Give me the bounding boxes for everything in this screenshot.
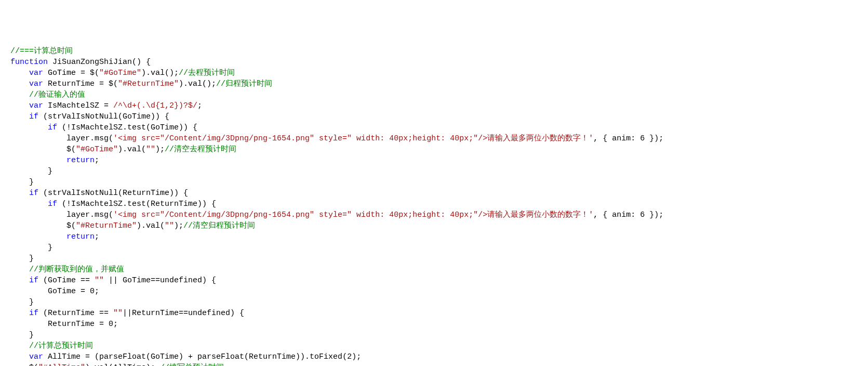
code-line: //验证输入的值: [10, 89, 858, 100]
code-line: if (strValIsNotNull(GoTime)) {: [10, 111, 858, 122]
code-token: ;: [197, 101, 202, 110]
code-token: "": [165, 221, 174, 230]
code-token: "#GoTime": [76, 145, 118, 154]
code-token: IsMachtelSZ =: [43, 101, 113, 110]
code-token: ||ReturnTime==undefined) {: [123, 309, 244, 318]
code-line: //===计算总时间: [10, 46, 858, 57]
code-token: JiSuanZongShiJian() {: [48, 58, 151, 67]
code-token: /^\d+(.\d{1,2})?$/: [113, 101, 197, 110]
code-token: }: [10, 331, 34, 339]
code-token: AllTime = (parseFloat(GoTime) + parseFlo…: [43, 352, 361, 361]
code-token: [10, 69, 29, 77]
code-token: layer.msg(: [10, 211, 113, 219]
code-line: var GoTime = $("#GoTime").val();//去程预计时间: [10, 68, 858, 79]
code-token: (!IsMachtelSZ.test(GoTime)) {: [57, 123, 197, 132]
code-line: }: [10, 166, 858, 177]
code-token: ReturnTime = $(: [43, 80, 118, 88]
code-line: layer.msg('<img src="/Content/img/3Dpng/…: [10, 133, 858, 144]
code-token: "#ReturnTime": [76, 221, 137, 230]
code-line: if (!IsMachtelSZ.test(ReturnTime)) {: [10, 199, 858, 210]
code-line: return;: [10, 231, 858, 242]
code-line: }: [10, 297, 858, 308]
code-token: //填写总预计时间: [160, 363, 224, 366]
code-token: var: [29, 101, 43, 110]
code-token: , { anim: 6 });: [593, 134, 663, 143]
code-token: "": [95, 276, 104, 285]
code-token: );: [174, 221, 183, 230]
code-line: }: [10, 253, 858, 264]
code-line: $("#ReturnTime").val("");//清空归程预计时间: [10, 220, 858, 231]
code-token: [10, 232, 66, 241]
code-token: [10, 90, 29, 99]
code-line: if (ReturnTime == ""||ReturnTime==undefi…: [10, 308, 858, 319]
code-token: [10, 101, 29, 110]
code-token: layer.msg(: [10, 134, 113, 143]
code-token: function: [10, 58, 48, 67]
code-token: "#ReturnTime": [118, 80, 179, 88]
code-token: [10, 80, 29, 88]
code-token: (strValIsNotNull(ReturnTime)) {: [38, 189, 188, 198]
code-token: [10, 189, 29, 198]
code-token: [10, 123, 48, 132]
code-token: if: [29, 189, 38, 198]
code-line: if (!IsMachtelSZ.test(GoTime)) {: [10, 122, 858, 133]
code-token: "#AllTime": [38, 363, 85, 366]
code-token: if: [29, 309, 38, 318]
code-token: ).val(: [137, 221, 165, 230]
code-token: ).val(: [118, 145, 146, 154]
code-token: var: [29, 69, 43, 77]
code-token: , { anim: 6 });: [593, 211, 663, 219]
code-line: }: [10, 330, 858, 341]
code-token: "#GoTime": [99, 69, 141, 77]
code-token: //验证输入的值: [29, 90, 85, 99]
code-token: }: [10, 298, 34, 307]
code-token: "": [113, 309, 123, 318]
code-token: if: [29, 112, 38, 121]
code-token: $(: [10, 145, 76, 154]
code-token: $(: [10, 363, 38, 366]
code-token: //清空归程预计时间: [183, 221, 255, 230]
code-line: function JiSuanZongShiJian() {: [10, 57, 858, 68]
code-token: ).val();: [179, 80, 216, 88]
code-line: var IsMachtelSZ = /^\d+(.\d{1,2})?$/;: [10, 100, 858, 111]
code-line: if (GoTime == "" || GoTime==undefined) {: [10, 275, 858, 286]
code-token: '<img src="/Content/img/3Dpng/png-1654.p…: [113, 134, 593, 143]
code-token: }: [10, 178, 34, 187]
code-token: ;: [95, 232, 99, 241]
code-token: var: [29, 352, 43, 361]
code-token: if: [29, 276, 38, 285]
code-token: return: [66, 156, 95, 165]
code-token: [10, 156, 66, 165]
code-token: [10, 200, 48, 208]
code-line: layer.msg('<img src="/Content/img/3Dpng/…: [10, 210, 858, 220]
code-token: [10, 352, 29, 361]
code-token: if: [48, 123, 57, 132]
code-line: $("#AllTime").val(AllTime); //填写总预计时间: [10, 362, 858, 366]
code-token: (GoTime ==: [38, 276, 95, 285]
code-line: }: [10, 177, 858, 188]
code-token: [10, 112, 29, 121]
code-token: }: [10, 243, 52, 252]
code-line: //判断获取到的值，并赋值: [10, 264, 858, 275]
code-token: (!IsMachtelSZ.test(ReturnTime)) {: [57, 200, 216, 208]
code-line: }: [10, 242, 858, 253]
code-token: ReturnTime = 0;: [10, 320, 118, 329]
code-token: GoTime = $(: [43, 69, 99, 77]
code-token: );: [155, 145, 165, 154]
code-token: '<img src="/Content/img/3Dpng/png-1654.p…: [113, 211, 593, 219]
code-token: var: [29, 80, 43, 88]
code-token: (ReturnTime ==: [38, 309, 113, 318]
code-token: ).val(AllTime);: [85, 363, 160, 366]
code-line: var ReturnTime = $("#ReturnTime").val();…: [10, 79, 858, 89]
code-token: $(: [10, 221, 76, 230]
code-token: //归程预计时间: [216, 80, 272, 88]
code-token: //判断获取到的值，并赋值: [29, 265, 124, 274]
code-token: if: [48, 200, 57, 208]
code-line: if (strValIsNotNull(ReturnTime)) {: [10, 188, 858, 199]
code-line: return;: [10, 155, 858, 166]
code-token: //===计算总时间: [10, 47, 73, 56]
code-line: var AllTime = (parseFloat(GoTime) + pars…: [10, 351, 858, 362]
code-token: (strValIsNotNull(GoTime)) {: [38, 112, 169, 121]
code-token: //去程预计时间: [179, 69, 235, 77]
code-token: ;: [95, 156, 99, 165]
